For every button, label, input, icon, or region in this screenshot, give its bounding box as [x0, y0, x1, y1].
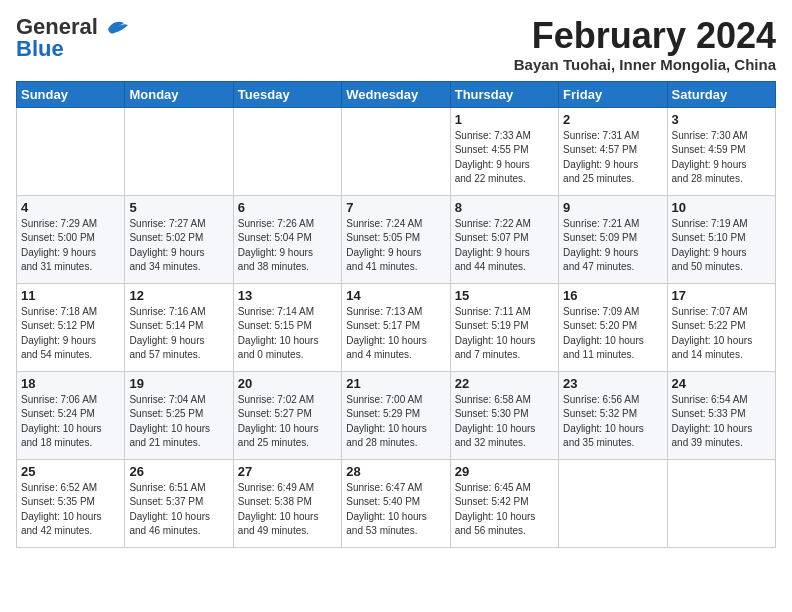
- day-number: 1: [455, 112, 554, 127]
- calendar-cell: 22Sunrise: 6:58 AMSunset: 5:30 PMDayligh…: [450, 371, 558, 459]
- day-info: Sunrise: 6:52 AMSunset: 5:35 PMDaylight:…: [21, 481, 120, 539]
- day-number: 9: [563, 200, 662, 215]
- day-number: 5: [129, 200, 228, 215]
- calendar-cell: 3Sunrise: 7:30 AMSunset: 4:59 PMDaylight…: [667, 107, 775, 195]
- calendar-cell: [342, 107, 450, 195]
- weekday-header-thursday: Thursday: [450, 81, 558, 107]
- day-info: Sunrise: 7:18 AMSunset: 5:12 PMDaylight:…: [21, 305, 120, 363]
- day-info: Sunrise: 6:54 AMSunset: 5:33 PMDaylight:…: [672, 393, 771, 451]
- calendar-cell: 27Sunrise: 6:49 AMSunset: 5:38 PMDayligh…: [233, 459, 341, 547]
- calendar-cell: 16Sunrise: 7:09 AMSunset: 5:20 PMDayligh…: [559, 283, 667, 371]
- day-info: Sunrise: 7:11 AMSunset: 5:19 PMDaylight:…: [455, 305, 554, 363]
- calendar-cell: [233, 107, 341, 195]
- day-info: Sunrise: 7:13 AMSunset: 5:17 PMDaylight:…: [346, 305, 445, 363]
- day-info: Sunrise: 7:02 AMSunset: 5:27 PMDaylight:…: [238, 393, 337, 451]
- calendar-cell: 9Sunrise: 7:21 AMSunset: 5:09 PMDaylight…: [559, 195, 667, 283]
- calendar-cell: 10Sunrise: 7:19 AMSunset: 5:10 PMDayligh…: [667, 195, 775, 283]
- day-number: 3: [672, 112, 771, 127]
- calendar-cell: 28Sunrise: 6:47 AMSunset: 5:40 PMDayligh…: [342, 459, 450, 547]
- day-info: Sunrise: 7:06 AMSunset: 5:24 PMDaylight:…: [21, 393, 120, 451]
- calendar-cell: 2Sunrise: 7:31 AMSunset: 4:57 PMDaylight…: [559, 107, 667, 195]
- day-number: 29: [455, 464, 554, 479]
- calendar-cell: [667, 459, 775, 547]
- day-number: 16: [563, 288, 662, 303]
- day-number: 2: [563, 112, 662, 127]
- calendar-cell: 6Sunrise: 7:26 AMSunset: 5:04 PMDaylight…: [233, 195, 341, 283]
- day-info: Sunrise: 7:16 AMSunset: 5:14 PMDaylight:…: [129, 305, 228, 363]
- calendar-cell: 20Sunrise: 7:02 AMSunset: 5:27 PMDayligh…: [233, 371, 341, 459]
- day-info: Sunrise: 7:27 AMSunset: 5:02 PMDaylight:…: [129, 217, 228, 275]
- day-info: Sunrise: 7:09 AMSunset: 5:20 PMDaylight:…: [563, 305, 662, 363]
- day-number: 7: [346, 200, 445, 215]
- day-number: 26: [129, 464, 228, 479]
- calendar-cell: 15Sunrise: 7:11 AMSunset: 5:19 PMDayligh…: [450, 283, 558, 371]
- day-number: 8: [455, 200, 554, 215]
- day-number: 20: [238, 376, 337, 391]
- calendar-cell: 29Sunrise: 6:45 AMSunset: 5:42 PMDayligh…: [450, 459, 558, 547]
- calendar-cell: [125, 107, 233, 195]
- day-number: 25: [21, 464, 120, 479]
- day-info: Sunrise: 7:00 AMSunset: 5:29 PMDaylight:…: [346, 393, 445, 451]
- calendar-week-1: 1Sunrise: 7:33 AMSunset: 4:55 PMDaylight…: [17, 107, 776, 195]
- calendar-cell: 8Sunrise: 7:22 AMSunset: 5:07 PMDaylight…: [450, 195, 558, 283]
- day-number: 22: [455, 376, 554, 391]
- calendar-cell: 17Sunrise: 7:07 AMSunset: 5:22 PMDayligh…: [667, 283, 775, 371]
- day-number: 15: [455, 288, 554, 303]
- day-info: Sunrise: 7:21 AMSunset: 5:09 PMDaylight:…: [563, 217, 662, 275]
- day-info: Sunrise: 6:56 AMSunset: 5:32 PMDaylight:…: [563, 393, 662, 451]
- day-number: 28: [346, 464, 445, 479]
- calendar-week-4: 18Sunrise: 7:06 AMSunset: 5:24 PMDayligh…: [17, 371, 776, 459]
- calendar-cell: 7Sunrise: 7:24 AMSunset: 5:05 PMDaylight…: [342, 195, 450, 283]
- calendar-cell: 23Sunrise: 6:56 AMSunset: 5:32 PMDayligh…: [559, 371, 667, 459]
- calendar-cell: 21Sunrise: 7:00 AMSunset: 5:29 PMDayligh…: [342, 371, 450, 459]
- day-info: Sunrise: 7:24 AMSunset: 5:05 PMDaylight:…: [346, 217, 445, 275]
- calendar-cell: 11Sunrise: 7:18 AMSunset: 5:12 PMDayligh…: [17, 283, 125, 371]
- day-info: Sunrise: 7:30 AMSunset: 4:59 PMDaylight:…: [672, 129, 771, 187]
- page-header: General Blue February 2024 Bayan Tuohai,…: [16, 16, 776, 73]
- day-info: Sunrise: 7:19 AMSunset: 5:10 PMDaylight:…: [672, 217, 771, 275]
- day-info: Sunrise: 6:47 AMSunset: 5:40 PMDaylight:…: [346, 481, 445, 539]
- calendar-cell: [559, 459, 667, 547]
- weekday-header-wednesday: Wednesday: [342, 81, 450, 107]
- calendar-cell: 26Sunrise: 6:51 AMSunset: 5:37 PMDayligh…: [125, 459, 233, 547]
- logo: General Blue: [16, 16, 132, 60]
- day-number: 19: [129, 376, 228, 391]
- day-info: Sunrise: 6:45 AMSunset: 5:42 PMDaylight:…: [455, 481, 554, 539]
- day-info: Sunrise: 6:58 AMSunset: 5:30 PMDaylight:…: [455, 393, 554, 451]
- calendar-cell: 13Sunrise: 7:14 AMSunset: 5:15 PMDayligh…: [233, 283, 341, 371]
- day-number: 23: [563, 376, 662, 391]
- calendar-cell: [17, 107, 125, 195]
- day-number: 21: [346, 376, 445, 391]
- weekday-header-tuesday: Tuesday: [233, 81, 341, 107]
- weekday-header-monday: Monday: [125, 81, 233, 107]
- calendar-week-3: 11Sunrise: 7:18 AMSunset: 5:12 PMDayligh…: [17, 283, 776, 371]
- calendar-cell: 19Sunrise: 7:04 AMSunset: 5:25 PMDayligh…: [125, 371, 233, 459]
- day-info: Sunrise: 7:07 AMSunset: 5:22 PMDaylight:…: [672, 305, 771, 363]
- title-block: February 2024 Bayan Tuohai, Inner Mongol…: [514, 16, 776, 73]
- day-number: 24: [672, 376, 771, 391]
- calendar-cell: 5Sunrise: 7:27 AMSunset: 5:02 PMDaylight…: [125, 195, 233, 283]
- day-info: Sunrise: 6:49 AMSunset: 5:38 PMDaylight:…: [238, 481, 337, 539]
- weekday-header-sunday: Sunday: [17, 81, 125, 107]
- day-number: 12: [129, 288, 228, 303]
- calendar-cell: 25Sunrise: 6:52 AMSunset: 5:35 PMDayligh…: [17, 459, 125, 547]
- day-number: 4: [21, 200, 120, 215]
- day-info: Sunrise: 7:29 AMSunset: 5:00 PMDaylight:…: [21, 217, 120, 275]
- day-info: Sunrise: 7:26 AMSunset: 5:04 PMDaylight:…: [238, 217, 337, 275]
- calendar-table: SundayMondayTuesdayWednesdayThursdayFrid…: [16, 81, 776, 548]
- month-title: February 2024: [514, 16, 776, 56]
- day-number: 17: [672, 288, 771, 303]
- calendar-cell: 18Sunrise: 7:06 AMSunset: 5:24 PMDayligh…: [17, 371, 125, 459]
- logo-bird-icon: [100, 15, 132, 43]
- day-info: Sunrise: 7:04 AMSunset: 5:25 PMDaylight:…: [129, 393, 228, 451]
- day-number: 14: [346, 288, 445, 303]
- day-info: Sunrise: 7:14 AMSunset: 5:15 PMDaylight:…: [238, 305, 337, 363]
- calendar-cell: 24Sunrise: 6:54 AMSunset: 5:33 PMDayligh…: [667, 371, 775, 459]
- day-number: 10: [672, 200, 771, 215]
- calendar-cell: 4Sunrise: 7:29 AMSunset: 5:00 PMDaylight…: [17, 195, 125, 283]
- weekday-header-friday: Friday: [559, 81, 667, 107]
- day-number: 6: [238, 200, 337, 215]
- location: Bayan Tuohai, Inner Mongolia, China: [514, 56, 776, 73]
- day-number: 27: [238, 464, 337, 479]
- day-number: 18: [21, 376, 120, 391]
